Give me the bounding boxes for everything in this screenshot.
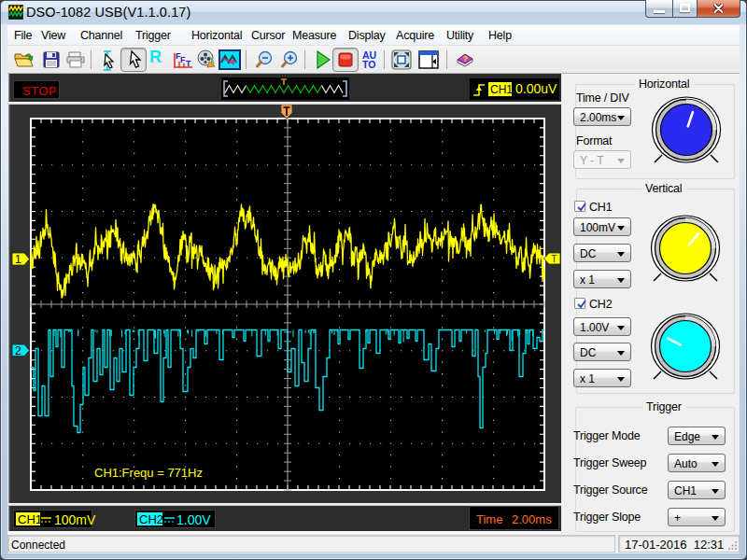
svg-text:CH1:Frequ = 771Hz: CH1:Frequ = 771Hz [94,466,203,480]
svg-text:1: 1 [15,253,21,266]
svg-text:T: T [551,253,557,264]
svg-text:2: 2 [15,344,21,357]
svg-text:T: T [186,59,191,68]
svg-text:?: ? [463,54,469,63]
svg-text:CH1: CH1 [490,83,513,96]
svg-text:0.00uV: 0.00uV [515,81,557,96]
